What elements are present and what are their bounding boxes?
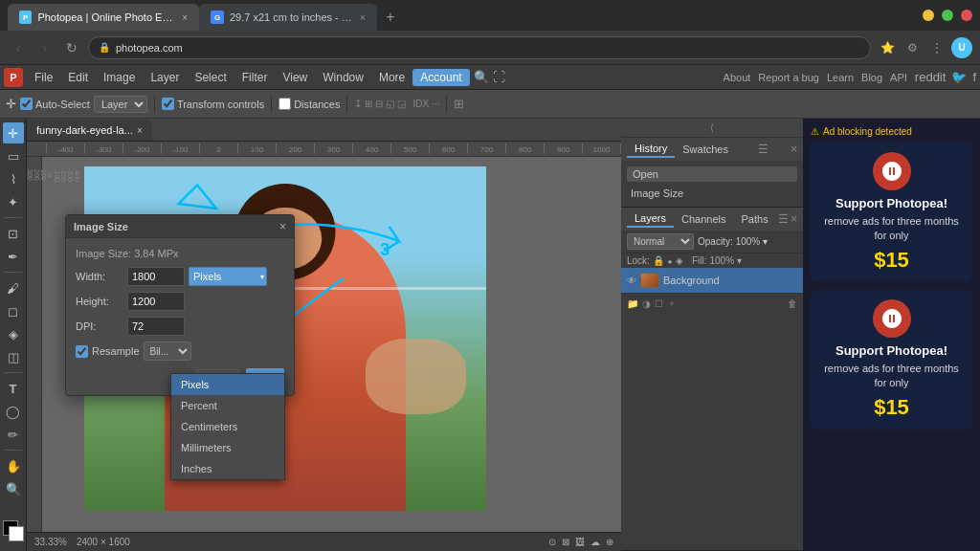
history-tab[interactable]: History xyxy=(627,141,675,158)
brush-tool[interactable]: 🖌 xyxy=(3,277,24,298)
menu-image[interactable]: Image xyxy=(96,69,143,86)
eraser-tool[interactable]: ◻ xyxy=(3,300,24,321)
link-icon[interactable]: ⬥ xyxy=(667,255,673,266)
paintbucket-icon[interactable]: ◈ xyxy=(676,255,683,266)
twitter-icon[interactable]: 🐦 xyxy=(951,70,967,84)
forward-button[interactable]: › xyxy=(34,37,56,58)
layer-visibility-icon[interactable]: 👁 xyxy=(627,276,636,286)
unit-dropdown[interactable]: Pixels Percent Centimeters Millimeters I… xyxy=(170,373,285,480)
dropdown-item-percent[interactable]: Percent xyxy=(171,395,284,416)
layer-select[interactable]: Layer xyxy=(94,96,147,113)
lock-icon[interactable]: 🔒 xyxy=(653,255,664,266)
gradient-tool[interactable]: ◫ xyxy=(3,346,24,367)
swatches-tab[interactable]: Swatches xyxy=(675,142,736,157)
text-tool[interactable]: T xyxy=(3,378,24,399)
user-avatar[interactable]: U xyxy=(951,37,972,58)
select-tool[interactable]: ▭ xyxy=(3,145,24,166)
blog-link[interactable]: Blog xyxy=(861,72,882,83)
canvas-tab-close[interactable]: × xyxy=(137,125,143,136)
resample-checkbox[interactable] xyxy=(76,345,88,358)
menu-edit[interactable]: Edit xyxy=(60,69,96,86)
api-link[interactable]: API xyxy=(890,72,907,83)
menu-layer[interactable]: Layer xyxy=(143,69,187,86)
refresh-button[interactable]: ↻ xyxy=(61,37,82,58)
minimize-button[interactable] xyxy=(923,10,934,21)
dropdown-item-centimeters[interactable]: Centimeters xyxy=(171,416,284,437)
extension-icon[interactable]: ⚙ xyxy=(902,37,923,58)
maximize-button[interactable] xyxy=(942,10,953,21)
transform-controls-checkbox[interactable]: Transform controls xyxy=(162,98,264,110)
browser-tab-photopea[interactable]: P Photopea | Online Photo Editor × xyxy=(8,4,199,31)
new-tab-button[interactable]: + xyxy=(377,4,404,31)
move-tool[interactable]: ✛ xyxy=(3,122,24,143)
hand-tool[interactable]: ✋ xyxy=(3,455,24,476)
browser-tab-google[interactable]: G 29.7 x21 cm to inches - Googl... × xyxy=(199,4,377,31)
magic-wand-tool[interactable]: ✦ xyxy=(3,191,24,212)
delete-layer-icon[interactable]: 🗑 xyxy=(788,298,797,309)
more-icon[interactable]: ⋮ xyxy=(926,37,947,58)
layers-tab[interactable]: Layers xyxy=(627,210,674,228)
dropdown-item-pixels[interactable]: Pixels xyxy=(171,374,284,395)
learn-link[interactable]: Learn xyxy=(827,72,854,83)
dialog-titlebar[interactable]: Image Size × xyxy=(66,215,294,238)
blend-mode-select[interactable]: Normal xyxy=(627,233,694,250)
menu-file[interactable]: File xyxy=(27,69,60,86)
back-button[interactable]: ‹ xyxy=(8,37,29,58)
bookmark-icon[interactable]: ⭐ xyxy=(877,37,898,58)
about-link[interactable]: About xyxy=(724,72,751,83)
layers-close-icon[interactable]: × xyxy=(791,212,797,226)
unit-select-wrapper[interactable]: Pixels Percent Centimeters Millimeters I… xyxy=(189,267,267,286)
tab-close-photopea[interactable]: × xyxy=(182,12,188,23)
history-item-imagesize[interactable]: Image Size xyxy=(627,186,797,201)
channels-tab[interactable]: Channels xyxy=(674,211,733,227)
menu-more[interactable]: More xyxy=(371,69,412,86)
reddit-icon[interactable]: reddit xyxy=(915,70,947,84)
panel-menu-icon[interactable]: ☰ xyxy=(758,143,768,156)
clone-tool[interactable]: ◈ xyxy=(3,323,24,344)
dropdown-item-millimeters[interactable]: Millimeters xyxy=(171,437,284,458)
fill-value[interactable]: 100% xyxy=(709,255,734,266)
resample-select[interactable]: Bil... xyxy=(144,342,191,361)
tab-close-google[interactable]: × xyxy=(360,12,366,23)
crop-tool[interactable]: ⊡ xyxy=(3,223,24,244)
add-mask-icon[interactable]: ☐ xyxy=(655,298,663,309)
facebook-icon[interactable]: f xyxy=(972,70,976,84)
layer-item-background[interactable]: 👁 Background xyxy=(621,268,803,293)
close-button[interactable] xyxy=(961,10,972,21)
report-bug-link[interactable]: Report a bug xyxy=(758,72,819,83)
pen-tool[interactable]: ✏ xyxy=(3,424,24,445)
height-input[interactable] xyxy=(127,292,185,311)
lasso-tool[interactable]: ⌇ xyxy=(3,168,24,189)
menu-window[interactable]: Window xyxy=(315,69,371,86)
sidebar-handle[interactable]: ⟨ xyxy=(621,119,803,138)
new-layer-icon[interactable]: ＋ xyxy=(667,297,677,310)
canvas-tab-active[interactable]: funny-dark-eyed-la... × xyxy=(27,120,152,141)
paths-tab[interactable]: Paths xyxy=(734,211,776,227)
new-group-icon[interactable]: 📁 xyxy=(627,298,638,309)
fullscreen-icon[interactable]: ⛶ xyxy=(493,70,505,84)
shape-tool[interactable]: ◯ xyxy=(3,401,24,422)
dialog-close-icon[interactable]: × xyxy=(279,220,286,233)
search-icon[interactable]: 🔍 xyxy=(474,70,489,84)
unit-select[interactable]: Pixels Percent Centimeters Millimeters I… xyxy=(189,267,267,286)
grid-icon[interactable]: ⊞ xyxy=(454,97,464,111)
layers-menu-icon[interactable]: ☰ xyxy=(778,212,789,226)
eyedropper-tool[interactable]: ✒ xyxy=(3,246,24,267)
auto-select-checkbox[interactable]: Auto-Select xyxy=(20,98,90,110)
history-open-btn[interactable]: Open xyxy=(627,166,797,182)
menu-view[interactable]: View xyxy=(275,69,315,86)
dpi-input[interactable] xyxy=(127,317,185,336)
opacity-arrow[interactable]: ▾ xyxy=(763,236,768,247)
ad-card-2[interactable]: Support Photopea! remove ads for three m… xyxy=(811,290,972,430)
resample-select-wrapper[interactable]: Bil... xyxy=(144,342,191,361)
address-bar[interactable]: 🔒 photopea.com xyxy=(88,36,871,59)
foreground-color[interactable] xyxy=(3,520,24,541)
distances-checkbox[interactable]: Distances xyxy=(278,98,340,110)
new-adjustment-icon[interactable]: ◑ xyxy=(642,298,651,309)
fill-arrow[interactable]: ▾ xyxy=(737,255,742,266)
menu-select[interactable]: Select xyxy=(187,69,234,86)
width-input[interactable] xyxy=(127,267,185,286)
menu-account[interactable]: Account xyxy=(412,69,469,86)
opacity-value[interactable]: 100% xyxy=(736,236,761,247)
menu-filter[interactable]: Filter xyxy=(234,69,276,86)
